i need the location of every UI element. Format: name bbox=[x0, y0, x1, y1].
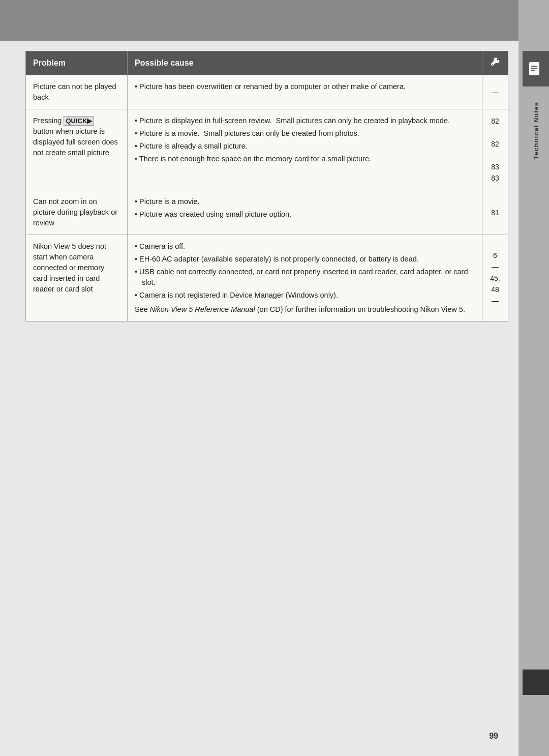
table-row: Pressing QUICK▶ button when picture is d… bbox=[26, 109, 508, 190]
header-icon bbox=[482, 51, 508, 75]
ref-numbers: 6 — 45, 48 — bbox=[490, 250, 501, 307]
ref-cell: 82 82 83 83 bbox=[482, 109, 508, 190]
quick-button-label: QUICK▶ bbox=[64, 116, 94, 126]
ref-cell: 6 — 45, 48 — bbox=[482, 235, 508, 322]
content-area: Problem Possible cause Picture can not b… bbox=[25, 51, 508, 715]
right-sidebar: Technical Notes bbox=[518, 0, 549, 756]
list-item: There is not enough free space on the me… bbox=[135, 154, 475, 164]
problem-cell: Picture can not be played back bbox=[26, 75, 128, 109]
reference-text: See Nikon View 5 Reference Manual (on CD… bbox=[135, 304, 475, 315]
cause-cell: Picture has been overwritten or renamed … bbox=[128, 75, 482, 109]
cause-list: Camera is off. EH-60 AC adapter (availab… bbox=[135, 241, 475, 301]
cause-cell: Camera is off. EH-60 AC adapter (availab… bbox=[128, 235, 482, 322]
cause-cell: Picture is displayed in full-screen revi… bbox=[128, 109, 482, 190]
list-item: Picture is a movie. bbox=[135, 196, 475, 207]
header-cause: Possible cause bbox=[128, 51, 482, 75]
problem-cell: Pressing QUICK▶ button when picture is d… bbox=[26, 109, 128, 190]
ref-numbers: 82 82 83 83 bbox=[490, 115, 501, 184]
dark-accent-block bbox=[523, 670, 549, 695]
list-item: Picture has been overwritten or renamed … bbox=[135, 81, 475, 92]
header-problem: Problem bbox=[26, 51, 128, 75]
list-item: EH-60 AC adapter (available separately) … bbox=[135, 254, 475, 265]
troubleshooting-table: Problem Possible cause Picture can not b… bbox=[25, 51, 508, 322]
ref-cell: 81 bbox=[482, 190, 508, 235]
ref-cell: — bbox=[482, 75, 508, 109]
cause-list: Picture has been overwritten or renamed … bbox=[135, 81, 475, 92]
problem-cell: Can not zoom in on picture during playba… bbox=[26, 190, 128, 235]
list-item: Camera is not registered in Device Manag… bbox=[135, 290, 475, 301]
table-row: Can not zoom in on picture during playba… bbox=[26, 190, 508, 235]
list-item: USB cable not correctly connected, or ca… bbox=[135, 267, 475, 288]
sidebar-label: Technical Notes bbox=[532, 102, 540, 160]
table-row: Picture can not be played back Picture h… bbox=[26, 75, 508, 109]
page-number: 99 bbox=[489, 732, 498, 741]
list-item: Picture is displayed in full-screen revi… bbox=[135, 115, 475, 126]
cause-list: Picture is displayed in full-screen revi… bbox=[135, 115, 475, 164]
table-row: Nikon View 5 does not start when camera … bbox=[26, 235, 508, 322]
cause-cell: Picture is a movie. Picture was created … bbox=[128, 190, 482, 235]
italic-reference: Nikon View 5 Reference Manual bbox=[150, 305, 255, 313]
problem-cell: Nikon View 5 does not start when camera … bbox=[26, 235, 128, 322]
bookmark-icon bbox=[528, 61, 543, 76]
list-item: Picture is already a small picture. bbox=[135, 141, 475, 152]
top-bar bbox=[0, 0, 518, 41]
list-item: Picture is a movie. Small pictures can o… bbox=[135, 128, 475, 139]
tool-icon bbox=[490, 56, 501, 68]
list-item: Camera is off. bbox=[135, 241, 475, 252]
list-item: Picture was created using small picture … bbox=[135, 209, 475, 220]
cause-list: Picture is a movie. Picture was created … bbox=[135, 196, 475, 220]
tab-bookmark bbox=[523, 51, 549, 86]
